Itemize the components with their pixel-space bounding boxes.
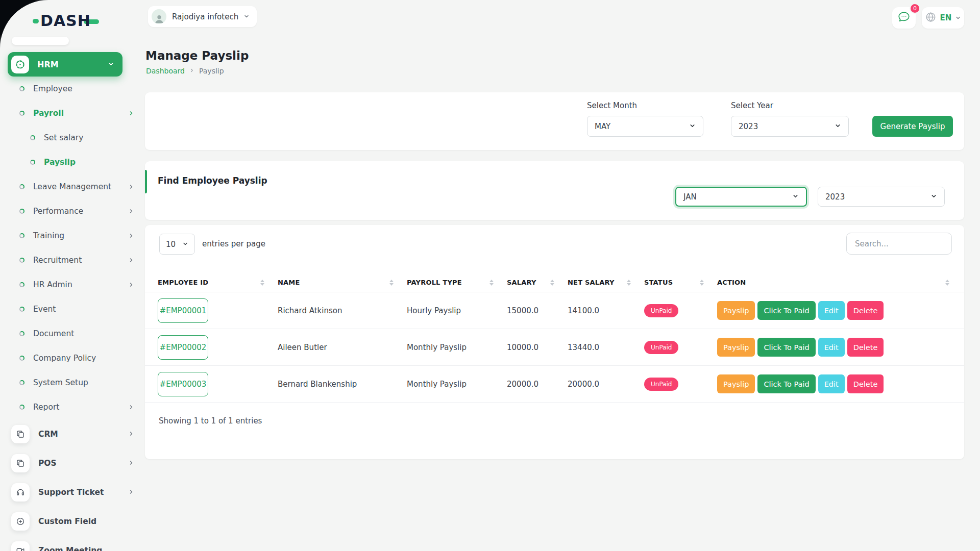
language-code: EN [940,13,952,22]
sidebar-item-label: Report [33,403,128,412]
sidebar-item-custom-field[interactable]: Custom Field [0,507,145,536]
bullet-icon [19,380,24,385]
page-size-value: 10 [166,240,176,249]
sidebar-item-label: Support Ticket [38,488,128,497]
sidebar-item-payroll[interactable]: Payroll [0,101,145,126]
edit-button[interactable]: Edit [818,338,845,357]
sidebar-item-system-setup[interactable]: System Setup [0,370,145,395]
find-month-select[interactable]: JAN [675,187,807,207]
dash-logo[interactable]: DASH [33,12,99,30]
page-title: Manage Payslip [145,49,249,62]
sidebar-item-document[interactable]: Document [0,321,145,346]
sort-icon [550,280,554,286]
sort-icon [389,280,394,286]
sort-icon [945,280,949,286]
delete-button[interactable]: Delete [847,338,884,357]
sidebar-item-set-salary[interactable]: Set salary [0,126,145,150]
chevron-down-icon [955,13,961,23]
sidebar-item-label: Payroll [33,109,128,118]
bullet-icon [19,184,24,189]
employee-id-badge[interactable]: #EMP00002 [158,335,208,360]
chevron-right-icon [128,256,134,265]
sidebar-nav: Employee Payroll Set salary Payslip Leav… [0,77,145,419]
chevron-down-icon [108,60,114,69]
bullet-icon [30,160,35,165]
hrm-dashed-circle-icon [11,56,29,73]
bullet-icon [19,282,24,287]
sidebar-item-support-ticket[interactable]: Support Ticket [0,478,145,507]
status-badge: UnPaid [644,341,678,354]
sidebar-item-zoom-meeting[interactable]: Zoom Meeting [0,536,145,551]
edit-button[interactable]: Edit [818,374,845,393]
employee-id-badge[interactable]: #EMP00001 [158,298,208,323]
sidebar-item-label: Document [33,329,134,338]
chevron-down-icon [243,12,250,21]
year-select-value: 2023 [739,122,758,131]
globe-icon [925,11,937,25]
messages-button[interactable]: 0 [892,7,916,29]
sidebar-scroll-peek [12,37,69,45]
year-select[interactable]: 2023 [731,116,849,137]
sidebar-item-label: Custom Field [38,517,134,526]
breadcrumb: Dashboard Payslip [146,67,224,75]
salary-cell: 15000.0 [507,306,568,315]
payslip-table-card: 10 entries per page EMPLOYEE ID NAME PAY… [145,225,964,459]
sidebar-item-pos[interactable]: POS [0,448,145,478]
generate-payslip-button[interactable]: Generate Payslip [872,116,953,137]
column-header-net-salary[interactable]: NET SALARY [568,279,644,286]
click-to-paid-button[interactable]: Click To Paid [757,301,815,320]
click-to-paid-button[interactable]: Click To Paid [757,338,815,357]
column-header-action[interactable]: ACTION [717,279,951,286]
sidebar-item-report[interactable]: Report [0,395,145,419]
page-size-select[interactable]: 10 [159,234,195,255]
status-badge: UnPaid [644,378,678,391]
column-header-name[interactable]: NAME [278,279,407,286]
column-header-status[interactable]: STATUS [644,279,717,286]
chevron-right-icon [128,182,134,192]
sidebar-item-label: CRM [38,430,128,439]
click-to-paid-button[interactable]: Click To Paid [757,374,815,393]
employee-name-cell: Bernard Blankenship [278,380,407,389]
messages-count-badge: 0 [910,3,920,14]
find-year-select[interactable]: 2023 [818,187,945,207]
payslip-button[interactable]: Payslip [717,301,755,320]
sidebar-item-label: Training [33,231,128,240]
find-year-value: 2023 [825,192,845,202]
delete-button[interactable]: Delete [847,374,884,393]
sidebar-item-performance[interactable]: Performance [0,199,145,223]
bullet-icon [19,331,24,336]
sidebar-item-event[interactable]: Event [0,297,145,321]
delete-button[interactable]: Delete [847,301,884,320]
payslip-button[interactable]: Payslip [717,338,755,357]
month-select[interactable]: MAY [587,116,703,137]
column-header-salary[interactable]: SALARY [507,279,568,286]
sidebar-item-label: Company Policy [33,354,134,363]
payslip-button[interactable]: Payslip [717,374,755,393]
column-header-payroll-type[interactable]: PAYROLL TYPE [407,279,507,286]
sidebar-item-leave-management[interactable]: Leave Management [0,174,145,199]
sidebar-item-crm[interactable]: CRM [0,419,145,448]
bullet-icon [19,307,24,312]
sidebar-item-label: Payslip [44,158,134,167]
bullet-icon [19,209,24,214]
sidebar-item-hrm[interactable]: HRM [8,52,122,77]
sort-icon [627,280,631,286]
employee-id-badge[interactable]: #EMP00003 [158,372,208,396]
column-header-employee-id[interactable]: EMPLOYEE ID [158,279,278,286]
edit-button[interactable]: Edit [818,301,845,320]
language-selector[interactable]: EN [922,7,964,29]
breadcrumb-dashboard-link[interactable]: Dashboard [146,67,185,75]
company-switcher[interactable]: Rajodiya infotech [148,6,257,27]
sidebar-item-payslip[interactable]: Payslip [0,150,145,174]
sidebar-item-training[interactable]: Training [0,223,145,248]
sidebar-item-label: Employee [33,84,134,93]
sidebar-item-recruitment[interactable]: Recruitment [0,248,145,272]
row-actions: Payslip Click To Paid Edit Delete [717,338,951,357]
chevron-right-icon [128,231,134,241]
sidebar-item-company-policy[interactable]: Company Policy [0,346,145,370]
search-input[interactable] [846,233,952,255]
hrm-label: HRM [37,60,108,69]
sidebar-item-employee[interactable]: Employee [0,77,145,101]
net-salary-cell: 13440.0 [568,343,644,352]
sidebar-item-hr-admin[interactable]: HR Admin [0,272,145,297]
